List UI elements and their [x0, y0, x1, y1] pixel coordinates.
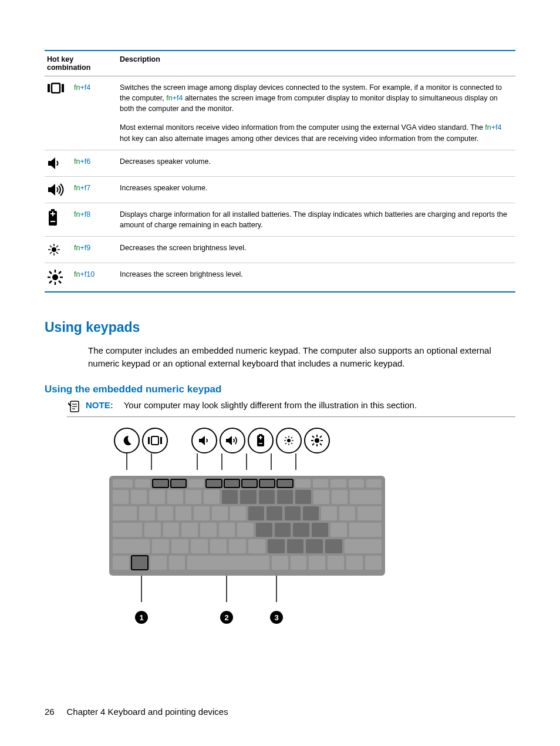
- table-row: fn+f6 Decreases speaker volume.: [45, 150, 515, 176]
- svg-rect-1: [52, 83, 60, 93]
- plus: +: [80, 210, 84, 219]
- plus: +: [80, 83, 84, 92]
- svg-rect-33: [259, 434, 262, 435]
- fn-key: fn: [74, 83, 80, 92]
- brightness-down-icon: [47, 243, 69, 257]
- table-row: fn+f10 Increases the screen brightness l…: [45, 263, 515, 292]
- svg-line-14: [56, 252, 58, 254]
- plus: +: [80, 270, 84, 278]
- f-key: f7: [85, 184, 90, 192]
- svg-rect-32: [160, 437, 162, 444]
- brightness-up-icon: [304, 428, 330, 453]
- battery-icon: [248, 428, 274, 453]
- note-block: NOTE: Your computer may look slightly di…: [67, 400, 515, 417]
- svg-line-25: [59, 271, 61, 274]
- hotkey-table: Hot key combination Description: [45, 50, 515, 293]
- brightness-down-icon: [276, 428, 302, 453]
- svg-line-16: [56, 246, 58, 247]
- svg-rect-3: [51, 209, 55, 211]
- screen-switch-icon: [47, 82, 69, 94]
- f-key: f4: [85, 83, 90, 92]
- section-heading: Using keypads: [45, 320, 515, 335]
- callout-3: 3: [270, 611, 283, 624]
- plus: +: [80, 244, 84, 252]
- svg-line-24: [49, 281, 52, 283]
- fn-key: fn: [74, 184, 80, 192]
- svg-line-22: [49, 271, 52, 274]
- desc: Increases the screen brightness level.: [117, 263, 515, 292]
- table-header-desc: Description: [117, 51, 515, 76]
- svg-line-46: [291, 437, 292, 438]
- svg-rect-30: [148, 437, 150, 444]
- svg-line-43: [285, 437, 286, 438]
- desc-para2: Most external monitors receive video inf…: [120, 122, 513, 143]
- brightness-up-icon: [47, 269, 69, 285]
- table-row: fn+f7 Increases speaker volume.: [45, 176, 515, 203]
- svg-rect-37: [259, 443, 262, 444]
- svg-rect-6: [52, 211, 53, 216]
- svg-rect-36: [260, 436, 261, 439]
- svg-point-17: [52, 274, 58, 280]
- svg-point-47: [315, 438, 319, 443]
- f-key: f10: [85, 270, 95, 278]
- fn-key: fn: [74, 270, 80, 278]
- table-header-combo: Hot key combination: [45, 51, 117, 76]
- desc: Displays charge information for all inst…: [117, 203, 515, 236]
- svg-line-55: [320, 436, 322, 438]
- table-row: fn+f8 Displays charge information for al…: [45, 203, 515, 236]
- note-text: Your computer may look slightly differen…: [124, 400, 417, 410]
- svg-line-52: [312, 436, 314, 438]
- svg-rect-7: [50, 221, 55, 222]
- sleep-icon: [114, 428, 140, 453]
- chapter-title: Chapter 4 Keyboard and pointing devices: [67, 707, 228, 717]
- svg-line-45: [285, 443, 286, 444]
- svg-line-53: [320, 443, 322, 445]
- table-row: fn+f9 Decreases the screen brightness le…: [45, 236, 515, 263]
- callout-2: 2: [220, 611, 233, 624]
- f-key: f6: [85, 157, 90, 166]
- plus: +: [80, 184, 84, 192]
- callout-1: 1: [135, 611, 148, 624]
- keyboard-illustration: 1 2 3: [109, 428, 385, 625]
- svg-point-38: [287, 439, 291, 442]
- note-icon: [67, 400, 81, 413]
- svg-line-23: [59, 281, 61, 283]
- f-key: f9: [85, 244, 90, 252]
- section-body: The computer includes an embedded numeri…: [88, 344, 515, 370]
- subsection-heading: Using the embedded numeric keypad: [45, 384, 515, 395]
- desc: Increases speaker volume.: [117, 176, 515, 203]
- screen-switch-icon: [142, 428, 168, 453]
- svg-line-15: [50, 252, 52, 254]
- volume-down-icon: [191, 428, 217, 453]
- desc: Decreases the screen brightness level.: [117, 236, 515, 263]
- svg-rect-0: [48, 84, 50, 92]
- svg-line-13: [50, 246, 52, 247]
- desc-para1: Switches the screen image among display …: [120, 82, 513, 114]
- fn-key: fn: [74, 157, 80, 166]
- desc: Decreases speaker volume.: [117, 150, 515, 176]
- svg-point-8: [52, 247, 56, 252]
- svg-rect-2: [62, 84, 64, 92]
- volume-up-icon: [47, 183, 69, 197]
- page-number: 26: [45, 707, 55, 717]
- note-label: NOTE:: [86, 400, 113, 410]
- fn-key: fn: [74, 244, 80, 252]
- table-row: fn+f4 Switches the screen image among di…: [45, 76, 515, 150]
- svg-line-44: [291, 443, 292, 444]
- battery-icon: [47, 209, 69, 227]
- f-key: f8: [85, 210, 90, 219]
- fn-key: fn: [74, 210, 80, 219]
- volume-down-icon: [47, 156, 69, 170]
- plus: +: [80, 157, 84, 166]
- volume-up-icon: [220, 428, 245, 453]
- svg-line-54: [312, 443, 314, 445]
- svg-rect-31: [151, 436, 158, 445]
- page-footer: 26 Chapter 4 Keyboard and pointing devic…: [45, 707, 228, 717]
